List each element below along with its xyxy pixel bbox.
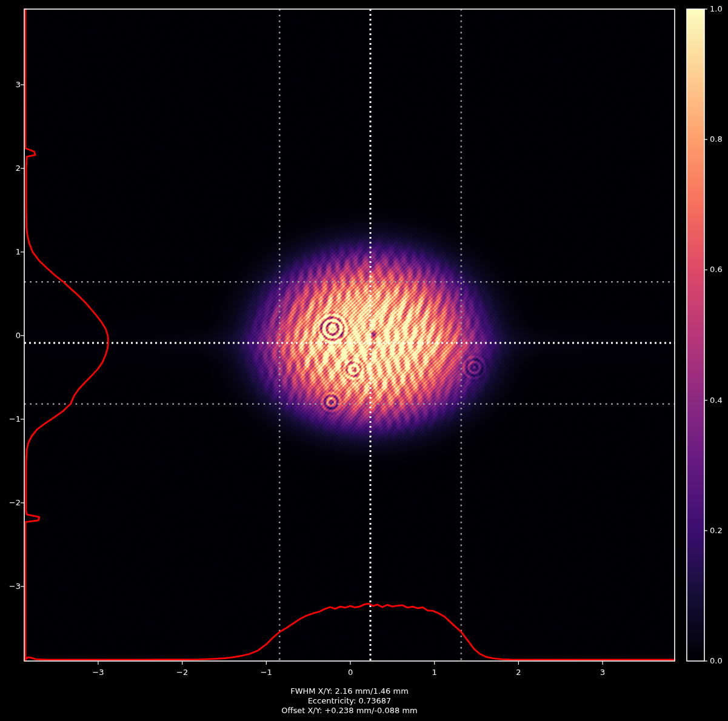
y-tick-label: 0 (0, 331, 21, 341)
x-tick-label: 1 (421, 668, 448, 677)
x-tick-label: −1 (253, 668, 279, 677)
x-tick-label: −2 (169, 668, 196, 677)
x-tick-label: −3 (85, 668, 112, 677)
y-tick-label: 1 (0, 247, 21, 257)
stats-fwhm: FWHM X/Y: 2.16 mm/1.46 mm (24, 686, 675, 696)
y-tick-label: −2 (0, 498, 21, 508)
x-tick-label: 3 (589, 668, 616, 677)
stats-block: FWHM X/Y: 2.16 mm/1.46 mm Eccentricity: … (24, 686, 675, 716)
colorbar-tick-label: 1.0 (710, 4, 728, 14)
colorbar-tick-label: 0.6 (710, 265, 728, 274)
colorbar-tick-label: 0.4 (710, 396, 728, 405)
colorbar-tick-label: 0.0 (710, 656, 728, 666)
x-tick-label: 0 (337, 668, 364, 677)
colorbar-tick-label: 0.2 (710, 526, 728, 536)
y-tick-label: −3 (0, 582, 21, 591)
x-tick-label: 2 (505, 668, 532, 677)
beam-profiler-figure: −3−2−10123−3−2−101230.00.20.40.60.81.0 F… (0, 0, 728, 721)
y-tick-label: 3 (0, 80, 21, 90)
stats-offset: Offset X/Y: +0.238 mm/-0.088 mm (24, 706, 675, 716)
y-tick-label: 2 (0, 164, 21, 173)
colorbar-tick-label: 0.8 (710, 135, 728, 144)
y-tick-label: −1 (0, 414, 21, 424)
colorbar-gradient (687, 9, 704, 661)
beam-image (24, 9, 675, 661)
stats-eccentricity: Eccentricity: 0.73687 (24, 696, 675, 706)
